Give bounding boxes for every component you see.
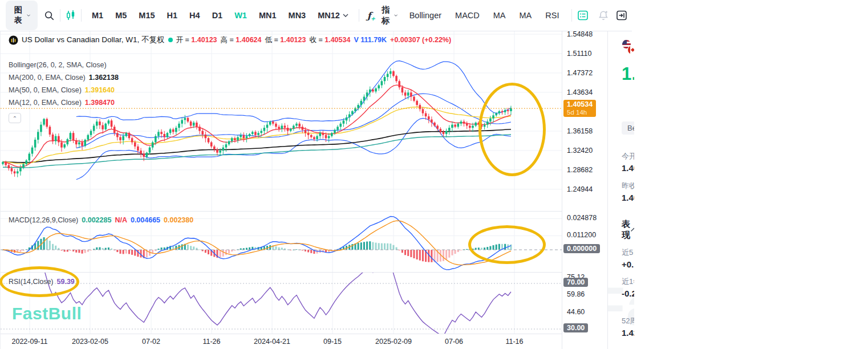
price-tick: 1.47372 — [567, 68, 593, 78]
quick-indicator-macd[interactable]: MACD — [455, 11, 480, 20]
function-icon: ƒ+ — [367, 10, 376, 21]
chevron-up-icon[interactable] — [630, 228, 634, 232]
time-axis[interactable]: 2022-09-112023-02-0507-0211-262024-04-21… — [1, 334, 562, 349]
perf-1y: 近1年-0.23% — [622, 277, 634, 309]
indicators-menu-label: 指标 — [380, 5, 391, 26]
ma200-legend-row[interactable]: MA(200, 0, EMA, Close) 1.362138 — [9, 71, 451, 84]
price-tick: 1.32420 — [567, 146, 593, 155]
time-axis-label: 2023-02-05 — [72, 338, 108, 346]
time-axis-label: 2024-04-21 — [254, 338, 290, 346]
usdcad-flag-icon — [622, 39, 634, 55]
ma12-value: 1.398470 — [85, 99, 115, 107]
time-axis-label: 09-15 — [323, 338, 342, 346]
tab-timeframe-d1[interactable]: D1 — [212, 11, 223, 20]
multi-chart-layout-icon[interactable] — [577, 6, 589, 25]
legend-collapse-button[interactable]: ⌃ — [9, 113, 21, 123]
rsi-tick: 59.86 — [567, 290, 585, 299]
tab-timeframe-m5[interactable]: M5 — [115, 11, 127, 20]
quote-prev-close: 昨收1.40506 — [622, 181, 634, 202]
macd-zero-badge: 0.000000 — [563, 244, 600, 253]
quick-indicator-ma2[interactable]: MA — [520, 11, 532, 20]
highlight-ellipse-annotation[interactable] — [0, 266, 79, 297]
symbol-title: US Dollar vs Canadian Dollar, W1, 不复权 — [22, 35, 165, 45]
rsi-tick: 44.60 — [567, 307, 585, 316]
ma12-legend-row[interactable]: MA(12, 0, EMA, Close) 1.398470 — [9, 96, 451, 109]
time-axis-label: 07-02 — [142, 338, 160, 346]
collapse-sidebar-icon[interactable] — [615, 6, 628, 25]
ma50-legend-row[interactable]: MA(50, 0, EMA, Close) 1.391640 — [9, 84, 451, 96]
tab-timeframe-h1[interactable]: H1 — [167, 11, 178, 20]
volume-value: V 111.79K — [354, 36, 387, 44]
time-axis-label: 2022-09-11 — [11, 338, 47, 346]
market-open-dot — [168, 38, 173, 42]
quick-indicator-rsi[interactable]: RSI — [545, 11, 559, 20]
chart-type-menu[interactable]: 图表 — [6, 1, 38, 30]
quote-open: 今开1.40507 — [622, 151, 634, 173]
quote-sidebar: FastBull USDCAD 1.40534 +0.00028 (+0.02%… — [607, 31, 634, 349]
tab-timeframe-m1[interactable]: M1 — [92, 11, 103, 20]
macd-na-value: N/A — [115, 216, 127, 224]
tab-timeframe-mn1[interactable]: MN1 — [259, 11, 277, 20]
divider — [81, 9, 82, 22]
price-tick: 1.28682 — [567, 165, 593, 174]
ohlc-close: 收 = 1.40534 — [309, 35, 350, 45]
divider — [571, 9, 572, 22]
bollinger-legend-row[interactable]: Bollinger(26, 0, 2, SMA, Close) — [9, 59, 451, 71]
last-price: 1.40534 — [622, 64, 634, 84]
tab-timeframe-h4[interactable]: H4 — [189, 11, 200, 20]
tab-timeframe-w1-active[interactable]: W1 — [234, 11, 247, 20]
divider — [60, 9, 60, 22]
tab-timeframe-m15[interactable]: M15 — [139, 11, 155, 20]
quick-indicator-ma[interactable]: MA — [493, 11, 506, 20]
broker-badge[interactable]: BeeMarkets — [622, 121, 634, 135]
time-axis-label: 2025-02-09 — [375, 338, 412, 346]
macd-legend[interactable]: MACD(12,26,9,Close) 0.002285 N/A 0.00466… — [9, 214, 193, 226]
app-root: 图表 M1 M5 M15 H1 H4 D1 W1 MN1 MN3 — [0, 0, 868, 349]
ma12-legend-label: MA(12, 0, EMA, Close) — [9, 99, 82, 107]
bollinger-legend-label: Bollinger(26, 0, 2, SMA, Close) — [9, 61, 107, 69]
ohlc-high: 高 = 1.40624 — [221, 35, 262, 45]
indicators-menu[interactable]: ƒ+ 指标 — [367, 5, 398, 26]
price-tick: 1.51110 — [567, 49, 591, 58]
perf-5d: 近5日+0.18% — [622, 247, 634, 269]
divider — [359, 9, 359, 22]
chevron-down-icon — [343, 14, 348, 17]
chart-menu-label: 图表 — [13, 5, 23, 26]
performance-title: 表现 — [622, 219, 630, 241]
price-tick: 1.24944 — [567, 185, 593, 194]
tab-timeframe-mn12[interactable]: MN12 — [318, 11, 348, 20]
highlight-ellipse-annotation[interactable] — [478, 83, 546, 176]
price-axis[interactable]: ⚙ 1.548481.511101.473721.436341.361581.3… — [562, 31, 607, 349]
time-axis-label: 11-16 — [505, 338, 523, 346]
quick-indicator-bollinger[interactable]: Bollinger — [409, 11, 441, 20]
main-legend: US Dollar vs Canadian Dollar, W1, 不复权 开 … — [9, 34, 451, 109]
macd-legend-label: MACD(12,26,9,Close) — [9, 216, 78, 224]
macd-tick: 0.011200 — [567, 230, 596, 240]
ohlc-low: 低 = 1.40123 — [265, 35, 306, 45]
candlestick-style-icon[interactable] — [65, 6, 76, 25]
search-icon[interactable] — [43, 6, 55, 25]
timeframe-tabs: M1 M5 M15 H1 H4 D1 W1 MN1 MN3 MN12 — [92, 11, 348, 20]
chevron-down-icon — [394, 14, 398, 17]
ma50-legend-label: MA(50, 0, EMA, Close) — [9, 86, 82, 94]
perf-52w-high: 52周最高1.42964 — [622, 316, 634, 348]
rsi-level-badge: 30.00 — [563, 323, 588, 332]
symbol-logo-icon — [9, 35, 18, 45]
ohlc-open: 开 = 1.40123 — [176, 35, 217, 45]
ma200-legend-label: MA(200, 0, EMA, Close) — [9, 74, 86, 82]
rsi-pane-canvas[interactable] — [1, 272, 562, 334]
ma50-value: 1.391640 — [85, 86, 115, 94]
chevron-down-icon — [27, 14, 30, 17]
highlight-ellipse-annotation[interactable] — [468, 225, 546, 264]
change-value: +0.00307 (+0.22%) — [390, 36, 451, 44]
price-tick: 1.36158 — [567, 127, 593, 136]
symbol-legend-row[interactable]: US Dollar vs Canadian Dollar, W1, 不复权 开 … — [9, 34, 451, 46]
macd-tick: 0.024878 — [567, 213, 597, 222]
chart-area[interactable]: 2022-09-112023-02-0507-0211-262024-04-21… — [1, 31, 562, 349]
tab-timeframe-mn3[interactable]: MN3 — [289, 11, 306, 20]
last-price-badge: 1.405345d 14h — [563, 100, 596, 117]
macd-signal-value: 0.002380 — [164, 216, 193, 224]
alert-bell-icon[interactable] — [597, 6, 610, 25]
tab-timeframe-mn12-label: MN12 — [318, 11, 340, 20]
price-tick: 1.43634 — [567, 88, 593, 97]
